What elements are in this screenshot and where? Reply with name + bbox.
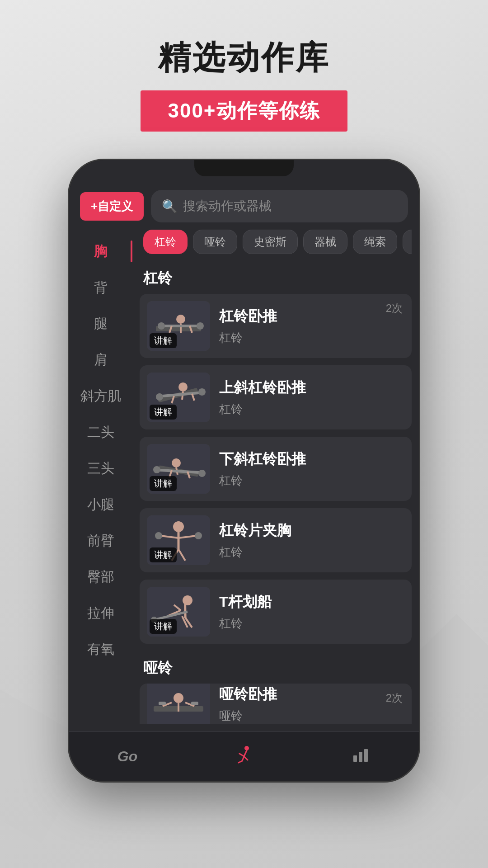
- exercise-sub-4: 杠铃: [219, 544, 404, 560]
- exercise-card-6[interactable]: 哑铃卧推 哑铃 2次: [140, 684, 412, 724]
- svg-line-55: [239, 754, 244, 756]
- page-title: 精选动作库: [158, 36, 330, 80]
- svg-point-24: [198, 470, 206, 477]
- exercise-sub-6: 哑铃: [219, 708, 404, 724]
- nav-item-stats[interactable]: [302, 745, 419, 768]
- section1-title: 杠铃: [140, 261, 412, 294]
- svg-point-5: [158, 322, 165, 330]
- svg-rect-60: [359, 752, 362, 762]
- exercise-card-1[interactable]: 讲解 杠铃卧推 杠铃 2次: [140, 294, 412, 358]
- svg-line-58: [244, 756, 248, 760]
- sidebar-label-bicep: 二头: [87, 423, 114, 442]
- svg-rect-59: [353, 755, 357, 762]
- exercise-card-2[interactable]: 讲解 上斜杠铃卧推 杠铃: [140, 365, 412, 429]
- sidebar-label-chest: 胸: [94, 242, 108, 261]
- svg-point-2: [176, 315, 185, 324]
- sidebar-label-calf: 小腿: [87, 495, 114, 514]
- svg-point-15: [198, 388, 206, 396]
- exercise-badge-2: 讲解: [150, 405, 177, 420]
- bottom-nav: Go: [69, 731, 419, 781]
- svg-line-57: [239, 761, 242, 763]
- sidebar-item-cardio[interactable]: 有氧: [69, 631, 132, 667]
- search-row: +自定义 🔍 搜索动作或器械: [69, 183, 419, 230]
- exercise-card-4[interactable]: 讲解 杠铃片夹胸 杠铃: [140, 508, 412, 572]
- sidebar-item-back[interactable]: 背: [69, 269, 132, 306]
- nav-item-exercise[interactable]: [186, 745, 302, 769]
- sidebar-item-glute[interactable]: 臀部: [69, 559, 132, 595]
- sidebar-item-calf[interactable]: 小腿: [69, 486, 132, 523]
- exercise-title-4: 杠铃片夹胸: [219, 521, 404, 541]
- exercise-image-4: 讲解: [147, 515, 210, 565]
- svg-point-32: [155, 532, 162, 539]
- svg-point-14: [156, 393, 163, 401]
- exercise-info-5: T杆划船 杠铃: [219, 592, 404, 632]
- phone-mockup: +自定义 🔍 搜索动作或器械 胸 背 腿: [68, 159, 420, 783]
- exercise-image-3: 讲解: [147, 444, 210, 494]
- content-area: 杠铃 哑铃 史密斯 器械 绳索: [132, 230, 419, 731]
- exercise-image-1: 讲解: [147, 301, 210, 351]
- exercise-title-2: 上斜杠铃卧推: [219, 378, 404, 398]
- exercise-title-1: 杠铃卧推: [219, 307, 404, 326]
- chip-barbell[interactable]: 杠铃: [143, 230, 188, 254]
- exercise-badge-5: 讲解: [150, 619, 177, 634]
- svg-rect-51: [159, 702, 166, 705]
- sidebar-item-leg[interactable]: 腿: [69, 306, 132, 342]
- exercise-sub-2: 杠铃: [219, 401, 404, 417]
- subtitle-banner: 300+动作等你练: [141, 90, 347, 132]
- exercise-card-3[interactable]: 讲解 下斜杠铃卧推 杠铃: [140, 437, 412, 501]
- exercise-card-5[interactable]: 讲解 T杆划船 杠铃: [140, 580, 412, 644]
- svg-point-6: [197, 322, 204, 330]
- chart-icon: [352, 745, 370, 768]
- svg-point-47: [174, 693, 183, 703]
- exercise-image-6: [147, 684, 210, 724]
- svg-point-28: [173, 521, 184, 532]
- exercise-info-6: 哑铃卧推 哑铃: [219, 684, 404, 724]
- chip-smith[interactable]: 史密斯: [243, 230, 298, 254]
- chip-cable[interactable]: 绳索: [353, 230, 397, 254]
- go-icon: Go: [117, 748, 137, 765]
- phone-notch: [194, 160, 294, 176]
- sidebar-item-tricep[interactable]: 三头: [69, 450, 132, 486]
- search-bar[interactable]: 🔍 搜索动作或器械: [151, 190, 408, 222]
- run-icon: [234, 745, 254, 769]
- main-area: 胸 背 腿 肩 斜方肌 二头: [69, 230, 419, 731]
- sidebar-label-leg: 腿: [94, 315, 108, 333]
- sidebar-label-stretch: 拉伸: [87, 604, 114, 623]
- sidebar-label-forearm: 前臂: [87, 532, 114, 550]
- sidebar-label-cardio: 有氧: [87, 640, 114, 659]
- exercise-title-6: 哑铃卧推: [219, 684, 404, 704]
- sidebar: 胸 背 腿 肩 斜方肌 二头: [69, 230, 132, 731]
- chip-bodyweight[interactable]: 自重: [403, 230, 412, 254]
- svg-point-20: [172, 458, 181, 467]
- sidebar-label-trapezius: 斜方肌: [80, 387, 121, 406]
- subtitle-text: 300+动作等你练: [168, 98, 320, 124]
- search-icon: 🔍: [162, 199, 178, 214]
- svg-point-53: [244, 746, 249, 750]
- sidebar-label-shoulder: 肩: [94, 351, 108, 369]
- custom-button[interactable]: +自定义: [80, 192, 144, 221]
- exercise-info-4: 杠铃片夹胸 杠铃: [219, 521, 404, 560]
- exercise-image-5: 讲解: [147, 587, 210, 637]
- exercise-title-5: T杆划船: [219, 592, 404, 612]
- svg-rect-61: [364, 749, 368, 762]
- chip-machine[interactable]: 器械: [303, 230, 347, 254]
- sidebar-item-forearm[interactable]: 前臂: [69, 523, 132, 559]
- nav-item-go[interactable]: Go: [69, 748, 186, 765]
- svg-point-11: [178, 382, 188, 392]
- page-content: 精选动作库 300+动作等你练 +自定义 🔍 搜索动作或器械 胸: [0, 0, 488, 783]
- exercise-badge-3: 讲解: [150, 476, 177, 491]
- sidebar-label-glute: 臀部: [87, 568, 114, 586]
- sidebar-item-trapezius[interactable]: 斜方肌: [69, 378, 132, 414]
- svg-point-33: [195, 532, 202, 539]
- chip-dumbbell[interactable]: 哑铃: [193, 230, 237, 254]
- search-placeholder: 搜索动作或器械: [183, 198, 272, 215]
- sidebar-item-bicep[interactable]: 二头: [69, 414, 132, 450]
- sidebar-item-shoulder[interactable]: 肩: [69, 342, 132, 378]
- exercise-sub-3: 杠铃: [219, 473, 404, 489]
- exercise-info-3: 下斜杠铃卧推 杠铃: [219, 449, 404, 489]
- exercise-image-2: 讲解: [147, 373, 210, 422]
- sidebar-item-stretch[interactable]: 拉伸: [69, 595, 132, 631]
- exercise-badge-4: 讲解: [150, 547, 177, 562]
- phone-screen: +自定义 🔍 搜索动作或器械 胸 背 腿: [69, 160, 419, 781]
- sidebar-item-chest[interactable]: 胸: [69, 233, 132, 269]
